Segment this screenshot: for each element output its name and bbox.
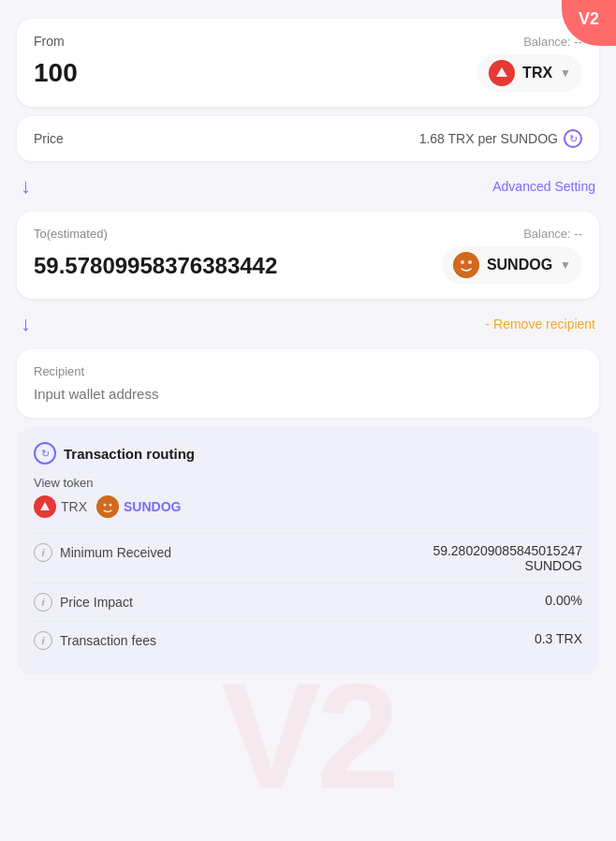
to-amount: 59.57809958376383442 [34, 253, 277, 279]
minimum-received-info-icon[interactable]: i [34, 543, 52, 562]
arrow-advanced-row: ↓ Advanced Setting [17, 170, 599, 202]
routing-trx-name: TRX [61, 499, 87, 514]
routing-sundog-item[interactable]: SUNDOG [96, 495, 181, 518]
price-impact-info-icon[interactable]: i [34, 593, 52, 612]
price-impact-row: i Price Impact 0.00% [34, 583, 582, 621]
price-impact-value: 0.00% [545, 593, 582, 608]
to-label: To(estimated) [34, 227, 108, 241]
recipient-address-input[interactable] [34, 386, 582, 402]
routing-trx-item[interactable]: TRX [34, 495, 87, 518]
to-balance: Balance: -- [523, 227, 582, 241]
transaction-fees-info-icon[interactable]: i [34, 631, 52, 650]
routing-section: ↻ Transaction routing View token TRX [17, 427, 599, 674]
from-token-selector[interactable]: TRX ▼ [477, 54, 582, 92]
from-token-chevron: ▼ [560, 66, 571, 80]
svg-point-3 [468, 260, 472, 264]
price-value-row: 1.68 TRX per SUNDOG ↻ [419, 129, 582, 148]
routing-title: Transaction routing [64, 446, 195, 462]
view-token-label: View token [34, 476, 582, 490]
minimum-received-label: Minimum Received [60, 545, 171, 560]
transaction-fees-label: Transaction fees [60, 633, 156, 648]
arrow-remove-row: ↓ - Remove recipient [17, 308, 599, 340]
price-card: Price 1.68 TRX per SUNDOG ↻ [17, 116, 599, 161]
svg-marker-4 [40, 502, 50, 510]
routing-sundog-icon [96, 495, 119, 518]
to-token-selector[interactable]: SUNDOG ▼ [442, 246, 582, 284]
sundog-icon [453, 252, 479, 278]
from-label: From [34, 34, 65, 49]
arrow-down-icon-1[interactable]: ↓ [21, 174, 31, 199]
to-token-name: SUNDOG [487, 257, 552, 273]
minimum-received-value: 59.280209085845015247 SUNDOG [433, 543, 582, 573]
from-amount-input[interactable] [34, 58, 363, 88]
token-list: TRX SUNDOG [34, 495, 582, 518]
advanced-setting-button[interactable]: Advanced Setting [492, 179, 595, 194]
arrow-down-icon-2[interactable]: ↓ [21, 312, 31, 336]
remove-recipient-button[interactable]: - Remove recipient [486, 317, 596, 332]
routing-trx-icon [34, 495, 56, 518]
transaction-fees-row: i Transaction fees 0.3 TRX [34, 621, 582, 659]
svg-point-1 [453, 252, 479, 278]
routing-icon: ↻ [34, 442, 56, 465]
price-impact-label: Price Impact [60, 595, 133, 610]
svg-point-6 [104, 504, 107, 507]
transaction-fees-value: 0.3 TRX [535, 631, 582, 646]
svg-point-5 [96, 495, 119, 518]
svg-marker-0 [496, 67, 507, 77]
minimum-received-row: i Minimum Received 59.280209085845015247… [34, 533, 582, 583]
to-card: To(estimated) Balance: -- 59.57809958376… [17, 212, 599, 299]
refresh-icon[interactable]: ↻ [564, 129, 582, 148]
trx-icon [489, 60, 515, 86]
svg-point-7 [110, 504, 112, 507]
to-token-chevron: ▼ [560, 258, 571, 272]
svg-point-2 [461, 260, 464, 264]
routing-sundog-name: SUNDOG [124, 499, 181, 514]
price-value-text: 1.68 TRX per SUNDOG [419, 131, 558, 146]
from-card: From Balance: -- TRX ▼ [17, 19, 599, 107]
recipient-card: Recipient [17, 349, 599, 418]
recipient-label: Recipient [34, 364, 582, 378]
price-label: Price [34, 131, 64, 146]
from-token-name: TRX [522, 65, 552, 81]
